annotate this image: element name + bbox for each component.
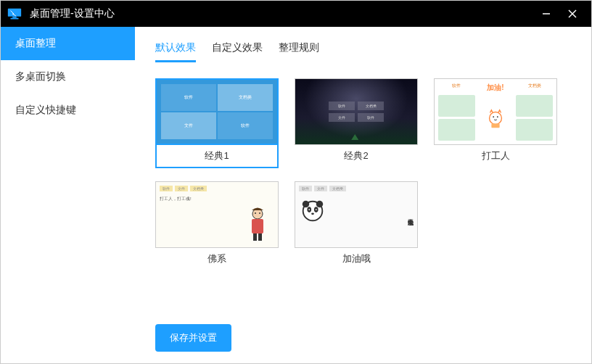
- thumb-chip: 软件: [218, 112, 273, 139]
- svg-point-21: [308, 209, 310, 210]
- theme-thumbnail: 软件 加油! 文档类: [434, 78, 557, 145]
- svg-point-10: [252, 209, 263, 219]
- thumb-slot: [516, 119, 553, 141]
- svg-point-6: [490, 112, 502, 124]
- thumb-chip: 文件: [314, 186, 327, 191]
- sidebar-item-custom-shortcut[interactable]: 自定义快捷键: [1, 94, 135, 127]
- sidebar: 桌面整理 多桌面切换 自定义快捷键: [1, 27, 135, 363]
- app-logo-icon: [7, 7, 22, 20]
- tab-organize-rules[interactable]: 整理规则: [279, 41, 319, 62]
- thumb-chip: 软件: [299, 186, 312, 191]
- sidebar-item-desktop-organize[interactable]: 桌面整理: [1, 27, 135, 60]
- svg-rect-11: [252, 219, 263, 233]
- theme-grid: 软件 文档类 文件 软件 经典1 软件文档类 文件软件 经典2 软件 加油!: [155, 78, 571, 270]
- thumb-chip: 文档类: [329, 186, 346, 191]
- thumb-chip: 文档类: [190, 186, 207, 191]
- thumb-vertical-text: 今天也要加油哦: [402, 186, 414, 244]
- panda-icon: [299, 197, 326, 225]
- thumb-chip: 文件: [175, 186, 188, 191]
- theme-label: 经典1: [155, 145, 279, 168]
- sidebar-item-multi-desktop[interactable]: 多桌面切换: [1, 60, 135, 94]
- thumb-heading: 加油!: [477, 83, 514, 93]
- thumb-chip: 软件: [438, 83, 475, 93]
- svg-point-14: [255, 212, 256, 214]
- thumb-chip: 文件: [161, 112, 216, 139]
- window-title: 桌面管理-设置中心: [30, 7, 533, 20]
- thumb-slot: [438, 119, 475, 141]
- minimize-button[interactable]: [533, 1, 559, 27]
- tab-default-effect[interactable]: 默认效果: [155, 41, 196, 62]
- theme-label: 加油哦: [295, 248, 418, 270]
- theme-thumbnail: 软件 文件 文档类 打工人，打工魂!: [155, 181, 279, 248]
- thumb-text: 打工人，打工魂!: [160, 196, 274, 202]
- thumb-chip: 文件: [329, 113, 355, 122]
- theme-thumbnail: 软件文档类 文件软件: [295, 78, 418, 145]
- tab-custom-effect[interactable]: 自定义效果: [212, 41, 263, 62]
- theme-thumbnail: 软件 文档类 文件 软件: [155, 78, 279, 145]
- thumb-chip: 软件: [329, 102, 355, 110]
- theme-card-zen[interactable]: 软件 文件 文档类 打工人，打工魂! 佛系: [155, 181, 279, 270]
- theme-label: 经典2: [295, 145, 418, 167]
- thumb-chip: 文档类: [516, 83, 553, 93]
- svg-point-17: [303, 201, 310, 208]
- svg-point-23: [311, 212, 314, 215]
- person-icon: [243, 207, 272, 243]
- svg-rect-1: [12, 17, 16, 18]
- footer: 保存并设置: [155, 315, 571, 352]
- save-button[interactable]: 保存并设置: [155, 324, 231, 352]
- content-area: 默认效果 自定义效果 整理规则 软件 文档类 文件 软件 经典1 软件文档类 文…: [135, 27, 591, 363]
- theme-card-worker[interactable]: 软件 加油! 文档类 打工人: [434, 78, 557, 168]
- close-button[interactable]: [559, 1, 585, 27]
- titlebar: 桌面管理-设置中心: [1, 1, 591, 27]
- thumb-chip: 文档类: [218, 84, 273, 111]
- theme-card-classic1[interactable]: 软件 文档类 文件 软件 经典1: [155, 78, 279, 168]
- thumb-slot: [516, 95, 553, 117]
- thumb-chip: 软件: [160, 186, 173, 191]
- theme-label: 佛系: [155, 248, 279, 270]
- svg-rect-12: [253, 233, 257, 241]
- svg-point-18: [316, 201, 324, 208]
- svg-rect-9: [491, 123, 499, 128]
- thumb-chip: 软件: [161, 84, 216, 111]
- thumb-chip: 文档类: [358, 102, 384, 110]
- svg-point-8: [497, 116, 498, 117]
- cat-icon: [477, 95, 514, 141]
- theme-thumbnail: 软件 文件 文档类 今天也要加油哦: [295, 181, 418, 248]
- svg-rect-13: [258, 233, 262, 241]
- svg-point-22: [316, 209, 317, 210]
- theme-card-cheer[interactable]: 软件 文件 文档类 今天也要加油哦 加油哦: [295, 181, 418, 270]
- theme-card-classic2[interactable]: 软件文档类 文件软件 经典2: [295, 78, 418, 168]
- svg-point-15: [259, 212, 260, 214]
- svg-rect-2: [11, 18, 19, 20]
- thumb-slot: [438, 95, 475, 117]
- theme-label: 打工人: [434, 145, 557, 167]
- thumb-chip: 软件: [358, 113, 384, 122]
- svg-point-7: [493, 116, 494, 117]
- tab-strip: 默认效果 自定义效果 整理规则: [155, 41, 571, 62]
